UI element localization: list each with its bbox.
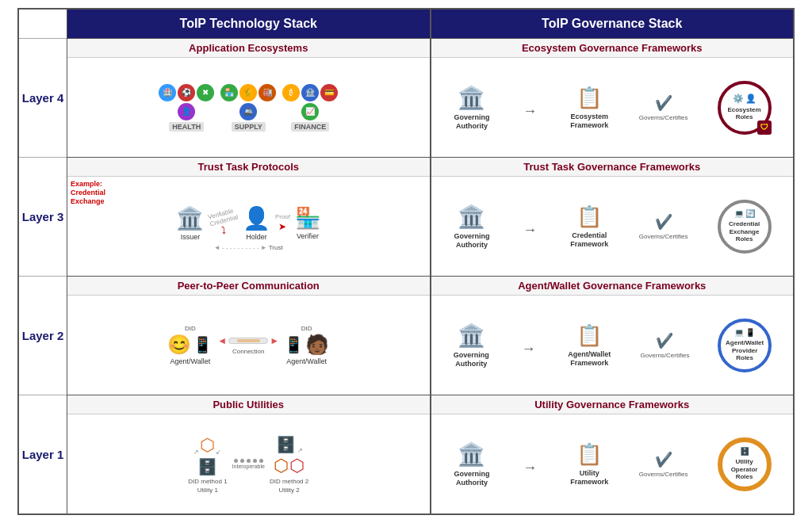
health-label: HEALTH [169, 122, 204, 132]
gov-layer2: Agent/Wallet Governance Frameworks 🏛️ Go… [431, 276, 794, 395]
verifier-col: 🏪 Verifier [295, 206, 320, 240]
tech-layer1-title: Public Utilities [67, 395, 430, 414]
finance-label: FINANCE [291, 122, 329, 132]
gov-layer3-content: 🏛️ GoverningAuthority → 📋 CredentialFram… [431, 177, 794, 276]
example-label: Example:CredentialExchange [71, 180, 105, 205]
credential-roles: 💻 🔄 CredentialExchangeRoles [718, 200, 770, 254]
gov-stack: ToIP Governance Stack Ecosystem Governan… [430, 10, 794, 513]
gov-auth-2: 🏛️ GoverningAuthority [454, 323, 489, 368]
gov-layer4: Ecosystem Governance Frameworks 🏛️ Gover… [431, 38, 794, 157]
gov-layer4-content: 🏛️ GoverningAuthority → 📋 EcosystemFrame… [431, 58, 794, 157]
utility1: ↗ ⬡ ↙ 🗄️ DID method 1 Utility 1 [188, 435, 227, 494]
connection-bar: ◄ ► Connection [217, 335, 279, 355]
tech-layer1: Public Utilities ↗ ⬡ ↙ 🗄️ [67, 395, 430, 513]
gov-stack-header: ToIP Governance Stack [431, 10, 794, 38]
supply-app: 🏪 🌾 🏭 🚢 SUPPLY [220, 84, 276, 132]
tech-stack-header: ToIP Technology Stack [67, 10, 430, 38]
gov-layer1-content: 🏛️ GoverningAuthority → 📋 UtilityFramewo… [431, 414, 794, 513]
holder-col: 👤 Holder [243, 205, 270, 241]
arrow-4a: → [523, 103, 537, 120]
governs-1: ✔️ Governs/Certifies [642, 451, 685, 478]
main-diagram: Layer 4 Layer 3 Layer 2 Layer 1 ToIP Tec… [17, 8, 795, 515]
tech-layer2-content: DID 😊 📱 Agent/Wallet ◄ [67, 296, 430, 395]
arrow-3a: → [523, 222, 537, 239]
utility-framework: 📋 UtilityFramework [570, 442, 608, 487]
finance-app: ₿ 🏦 💳 📈 FINANCE [282, 84, 338, 132]
tech-layer2-title: Peer-to-Peer Communication [67, 277, 430, 296]
tech-layer3: Trust Task Protocols Example:CredentialE… [67, 157, 430, 276]
tech-layer4-title: Application Ecosystems [67, 39, 430, 58]
tech-stack: ToIP Technology Stack Application Ecosys… [67, 10, 430, 513]
gov-layer3-title: Trust Task Governance Frameworks [431, 158, 794, 177]
supply-label: SUPPLY [232, 122, 266, 132]
utility-roles: 🗄️ UtilityOperatorRoles [718, 437, 770, 491]
agent-wallet-framework: 📋 Agent/WalletFramework [568, 323, 611, 368]
gov-layer4-title: Ecosystem Governance Frameworks [431, 39, 794, 58]
ecosystem-framework: 📋 EcosystemFramework [570, 86, 608, 130]
arrow-1a: → [523, 460, 537, 476]
tech-layer3-content: Example:CredentialExchange 🏛️ Issuer Ver… [67, 177, 430, 276]
interop-dots: Interoperable [232, 459, 265, 469]
governs-2: ✔️ Governs/Certifies [643, 332, 687, 359]
governs-4: ✔️ Governs/Certifies [642, 94, 685, 121]
health-app: 🏥 ⚽ ✖ 👤 HEALTH [159, 84, 214, 132]
agent-left: DID 😊 📱 Agent/Wallet [167, 325, 213, 365]
issuer-col: 🏛️ Issuer [176, 205, 204, 241]
gov-layer2-content: 🏛️ GoverningAuthority → 📋 Agent/WalletFr… [431, 296, 794, 395]
tech-layer2: Peer-to-Peer Communication DID 😊 📱 Agent… [67, 276, 430, 395]
gov-auth-4: 🏛️ GoverningAuthority [454, 85, 489, 131]
governs-3: ✔️ Governs/Certifies [642, 213, 685, 240]
tech-layer3-title: Trust Task Protocols [67, 158, 430, 177]
layer2-label: Layer 2 [19, 276, 67, 395]
arrow-2a: → [522, 341, 536, 357]
layer4-label: Layer 4 [19, 38, 67, 157]
layer1-label: Layer 1 [19, 395, 67, 513]
layer-labels: Layer 4 Layer 3 Layer 2 Layer 1 [19, 10, 67, 513]
layer3-label: Layer 3 [19, 157, 67, 276]
agent-right: DID 📱 🧑🏾 Agent/Wallet [284, 325, 329, 365]
tech-layer4-content: 🏥 ⚽ ✖ 👤 HEALTH 🏪 🌾 [67, 58, 430, 157]
gov-layer3: Trust Task Governance Frameworks 🏛️ Gove… [431, 157, 794, 276]
gov-auth-1: 🏛️ GoverningAuthority [454, 441, 489, 487]
ecosystem-roles: ⚙️ 👤 EcosystemRoles 🛡 [718, 81, 770, 135]
tech-layer4: Application Ecosystems 🏥 ⚽ ✖ 👤 HEALTH [67, 38, 430, 157]
gov-layer1: Utility Governance Frameworks 🏛️ Governi… [431, 395, 794, 513]
gov-layer2-title: Agent/Wallet Governance Frameworks [431, 277, 794, 296]
gov-layer1-title: Utility Governance Frameworks [431, 395, 794, 414]
utility2: 🗄️ ↗ ⬡ ⬡ DID method 2 Utility 2 [270, 435, 308, 494]
tech-layer1-content: ↗ ⬡ ↙ 🗄️ DID method 1 Utility 1 [67, 414, 430, 513]
stacks-wrapper: ToIP Technology Stack Application Ecosys… [67, 10, 793, 513]
credential-framework: 📋 CredentialFramework [570, 204, 608, 249]
gov-auth-3: 🏛️ GoverningAuthority [454, 204, 489, 250]
agent-wallet-roles: 💻 📱 Agent/WalletProviderRoles [719, 319, 771, 372]
